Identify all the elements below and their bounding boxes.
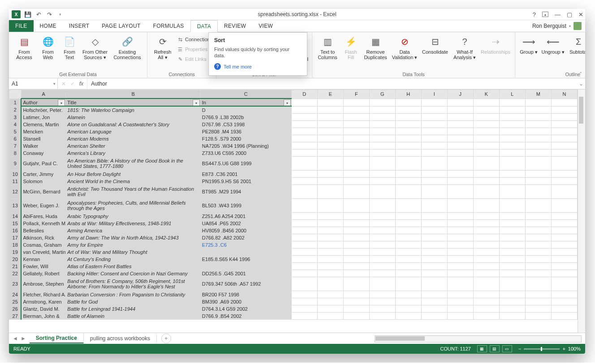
cell-author[interactable]: Solomon — [21, 178, 65, 185]
from-web-button[interactable]: 🌐From Web — [39, 34, 57, 60]
row-header[interactable]: 23 — [9, 277, 22, 291]
cell-title[interactable]: Backing Hitler: Consent and Coercion in … — [66, 270, 200, 277]
col-header-E[interactable]: E — [317, 90, 343, 99]
cell-call-number[interactable]: D766.9 .B54 2002 — [200, 313, 291, 320]
cell-title[interactable]: Barbarian Conversion : From Paganism to … — [66, 291, 200, 298]
cancel-formula-icon[interactable]: ✕ — [61, 81, 66, 87]
formula-input[interactable]: Author — [87, 78, 577, 89]
save-icon[interactable]: 💾 — [24, 11, 31, 18]
filter-dropdown-icon[interactable]: ▾ — [58, 99, 65, 106]
cell-title[interactable]: Art of War: War and Military Thought — [66, 248, 200, 256]
cell-author[interactable]: Gellately, Robert — [21, 270, 65, 277]
cell-title[interactable]: Apocalypses: Prophecies, Cults, and Mill… — [66, 199, 200, 213]
cell-author[interactable]: Hofschröer, Peter. — [21, 106, 65, 114]
filter-dropdown-icon[interactable]: ▾ — [284, 99, 291, 106]
row-header[interactable]: 27 — [9, 313, 22, 320]
filter-dropdown-icon[interactable]: ▾ — [193, 99, 200, 106]
cell-title[interactable]: Alamein — [66, 114, 200, 121]
cell-title[interactable]: Arabic Typography — [66, 213, 200, 220]
from-access-button[interactable]: ▤From Access — [13, 34, 36, 60]
cell-call-number[interactable]: E725.3 .C6 — [200, 241, 291, 248]
cell-call-number[interactable] — [200, 248, 291, 256]
row-header[interactable]: 1 — [9, 98, 22, 106]
cell-call-number[interactable]: D769.347 506th .A57 1992 — [200, 277, 291, 291]
tab-home[interactable]: HOME — [34, 20, 63, 32]
cell-author[interactable]: Mencken — [21, 128, 65, 135]
tab-data[interactable]: DATA — [190, 20, 218, 32]
cell-call-number[interactable]: HV8059 .B456 2000 — [200, 227, 291, 234]
cell-call-number[interactable]: BM390 .A69 2000 — [200, 298, 291, 305]
spreadsheet-grid[interactable]: ABCDEFGHIJKLMN1Author▾Title▾In▾2Hofschrö… — [9, 90, 578, 333]
col-header-C[interactable]: C — [200, 90, 291, 99]
cell-call-number[interactable]: Z733.U6 C595 2000 — [200, 150, 291, 157]
row-header[interactable]: 18 — [9, 241, 22, 248]
maximize-icon[interactable]: ▢ — [567, 11, 572, 18]
cell-author[interactable]: Weber, Eugen J. — [21, 199, 65, 213]
col-header-F[interactable]: F — [343, 90, 369, 99]
row-header[interactable]: 20 — [9, 256, 22, 263]
row-header[interactable]: 5 — [9, 128, 22, 135]
header-cell-c[interactable]: In▾ — [200, 98, 291, 106]
tab-view[interactable]: VIEW — [252, 20, 279, 32]
cell-title[interactable]: Atlas of Eastern Front Battles — [66, 263, 200, 270]
text-to-columns-button[interactable]: ▥Text to Columns — [316, 34, 339, 60]
cell-author[interactable]: Fletcher, Richard A. — [21, 291, 65, 298]
row-header[interactable]: 19 — [9, 248, 22, 256]
cell-author[interactable]: Fowler, Will — [21, 263, 65, 270]
col-header-M[interactable]: M — [525, 90, 551, 99]
row-header[interactable]: 22 — [9, 270, 22, 277]
cell-title[interactable]: American Moderns — [66, 135, 200, 142]
cell-call-number[interactable]: UA854 .P65 2002 — [200, 220, 291, 227]
col-header-K[interactable]: K — [473, 90, 499, 99]
col-header-N[interactable]: N — [551, 90, 577, 99]
cell-call-number[interactable]: D766.9 .L38 2002b — [200, 114, 291, 121]
col-header-H[interactable]: H — [395, 90, 421, 99]
col-header-L[interactable]: L — [499, 90, 525, 99]
close-icon[interactable]: ✕ — [578, 11, 583, 18]
cell-title[interactable]: Antichrist: Two Thousand Years of the Hu… — [66, 185, 200, 199]
cell-title[interactable]: Band of Brothers: E Company, 506th Regim… — [66, 277, 200, 291]
cell-call-number[interactable] — [200, 263, 291, 270]
zoom-in-icon[interactable]: + — [562, 346, 565, 351]
cell-author[interactable]: Latimer, Jon — [21, 114, 65, 121]
zoom-out-icon[interactable]: − — [518, 346, 521, 351]
header-cell-title[interactable]: Title▾ — [66, 98, 200, 106]
minimize-icon[interactable]: — — [555, 11, 561, 18]
account-area[interactable]: Ron Bergquist ▾ — [532, 20, 582, 32]
row-header[interactable]: 12 — [9, 185, 22, 199]
horizontal-scrollbar[interactable] — [375, 335, 582, 343]
page-break-view-icon[interactable]: ▭ — [502, 345, 512, 352]
cell-author[interactable]: van Creveld, Martin — [21, 248, 65, 256]
tab-page-layout[interactable]: PAGE LAYOUT — [95, 20, 147, 32]
cell-title[interactable]: 1815: The Waterloo Campaign — [66, 106, 200, 114]
fx-icon[interactable]: fx — [79, 81, 83, 87]
row-header[interactable]: 21 — [9, 263, 22, 270]
tab-review[interactable]: REVIEW — [218, 20, 252, 32]
sheet-tab-other[interactable]: pulling across workbooks — [84, 334, 157, 343]
subtotal-button[interactable]: ΣSubtotal — [567, 34, 585, 55]
consolidate-button[interactable]: ⊟Consolidate — [421, 34, 449, 55]
cell-call-number[interactable]: D764.3.L4 G59 2002 — [200, 305, 291, 313]
row-header[interactable]: 10 — [9, 171, 22, 178]
row-header[interactable]: 6 — [9, 135, 22, 142]
cell-title[interactable]: Battle for God — [66, 298, 200, 305]
cell-title[interactable]: Army for Empire — [66, 241, 200, 248]
col-header-G[interactable]: G — [369, 90, 395, 99]
cell-call-number[interactable]: BL503 .W43 1999 — [200, 199, 291, 213]
row-header[interactable]: 26 — [9, 305, 22, 313]
row-header[interactable]: 13 — [9, 199, 22, 213]
undo-icon[interactable]: ↶ — [35, 11, 42, 18]
collapse-ribbon-icon[interactable]: ⌃ — [579, 71, 582, 76]
cell-author[interactable]: Glantz, David M. — [21, 305, 65, 313]
cell-author[interactable]: AbiFares, Huda — [21, 213, 65, 220]
refresh-all-button[interactable]: ⟳Refresh All ▾ — [151, 34, 174, 60]
col-header-D[interactable]: D — [291, 90, 317, 99]
row-header[interactable]: 3 — [9, 114, 22, 121]
cell-author[interactable]: Bierman, John & — [21, 313, 65, 320]
cell-author[interactable]: Gutjahr, Paul C. — [21, 157, 65, 171]
col-header-A[interactable]: A — [21, 90, 65, 99]
cell-title[interactable]: Arabs at War: Military Effectiveness, 19… — [66, 220, 200, 227]
expand-formula-icon[interactable]: ⌄ — [577, 78, 585, 89]
connections-button[interactable]: ⇆Connections — [177, 35, 212, 44]
cell-title[interactable]: America's Library — [66, 150, 200, 157]
